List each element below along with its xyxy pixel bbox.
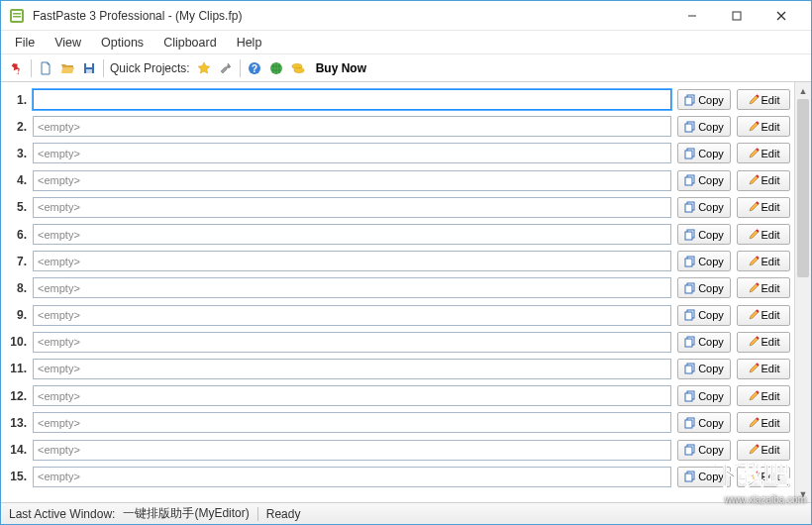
clip-input[interactable]: [33, 385, 671, 406]
edit-icon: [748, 444, 760, 456]
copy-button[interactable]: Copy: [677, 143, 731, 163]
edit-button[interactable]: Edit: [737, 412, 790, 433]
copy-button[interactable]: Copy: [677, 332, 731, 353]
menu-help[interactable]: Help: [227, 34, 272, 52]
row-number: 8.: [5, 281, 27, 295]
copy-icon: [684, 444, 696, 456]
copy-button[interactable]: Copy: [677, 197, 731, 218]
svg-rect-8: [86, 63, 92, 67]
copy-label: Copy: [698, 174, 724, 186]
clip-input[interactable]: [33, 224, 671, 245]
copy-button[interactable]: Copy: [677, 467, 731, 487]
copy-label: Copy: [698, 148, 724, 159]
clip-row: 15.CopyEdit: [5, 464, 794, 490]
copy-button[interactable]: Copy: [677, 224, 731, 245]
close-button[interactable]: [759, 2, 803, 30]
svg-rect-26: [685, 232, 692, 240]
buy-now-button[interactable]: Buy Now: [312, 61, 370, 75]
edit-button[interactable]: Edit: [737, 251, 790, 271]
clip-row: 6.CopyEdit: [5, 221, 794, 248]
edit-button[interactable]: Edit: [737, 305, 790, 326]
svg-rect-32: [685, 312, 692, 320]
scroll-thumb[interactable]: [797, 99, 809, 277]
maximize-button[interactable]: [714, 2, 759, 30]
copy-button[interactable]: Copy: [677, 89, 731, 110]
minimize-button[interactable]: [669, 2, 714, 30]
clip-input[interactable]: [33, 89, 671, 110]
scroll-down-button[interactable]: ▼: [795, 485, 811, 502]
clip-input[interactable]: [33, 170, 671, 191]
copy-icon: [684, 148, 696, 159]
edit-button[interactable]: Edit: [737, 277, 790, 298]
row-number: 6.: [5, 228, 27, 242]
copy-button[interactable]: Copy: [677, 116, 731, 137]
copy-button[interactable]: Copy: [677, 170, 731, 191]
svg-rect-28: [685, 259, 692, 266]
copy-icon: [684, 256, 696, 267]
edit-button[interactable]: Edit: [737, 332, 790, 353]
clip-input[interactable]: [33, 143, 671, 163]
clip-row: 13.CopyEdit: [5, 409, 794, 436]
copy-icon: [684, 471, 696, 482]
edit-button[interactable]: Edit: [737, 116, 790, 137]
new-file-icon[interactable]: [38, 60, 53, 76]
edit-icon: [748, 121, 760, 133]
clip-input[interactable]: [33, 332, 671, 353]
menu-view[interactable]: View: [45, 34, 91, 52]
copy-button[interactable]: Copy: [677, 359, 731, 379]
menu-options[interactable]: Options: [91, 34, 153, 52]
open-folder-icon[interactable]: [59, 60, 75, 76]
scroll-track[interactable]: [795, 99, 811, 485]
clip-input[interactable]: [33, 197, 671, 218]
edit-button[interactable]: Edit: [737, 224, 790, 245]
help-icon[interactable]: ?: [247, 60, 262, 76]
edit-button[interactable]: Edit: [737, 170, 790, 191]
clip-input[interactable]: [33, 305, 671, 326]
edit-button[interactable]: Edit: [737, 385, 790, 406]
clip-input[interactable]: [33, 467, 671, 487]
copy-icon: [684, 174, 696, 186]
copy-button[interactable]: Copy: [677, 385, 731, 406]
edit-icon: [748, 201, 760, 213]
clip-input[interactable]: [33, 116, 671, 137]
coins-icon[interactable]: [290, 60, 306, 76]
clip-input[interactable]: [33, 359, 671, 379]
edit-icon: [748, 174, 760, 186]
svg-point-14: [294, 67, 304, 72]
edit-button[interactable]: Edit: [737, 440, 790, 461]
wrench-icon[interactable]: [218, 60, 234, 76]
copy-icon: [684, 363, 696, 374]
scroll-up-button[interactable]: ▲: [795, 82, 811, 99]
globe-icon[interactable]: [268, 60, 284, 76]
edit-button[interactable]: Edit: [737, 89, 790, 110]
window-title: FastPaste 3 Professional - (My Clips.fp): [33, 9, 669, 23]
edit-button[interactable]: Edit: [737, 359, 790, 379]
edit-button[interactable]: Edit: [737, 467, 790, 487]
save-icon[interactable]: [81, 60, 97, 76]
row-number: 7.: [5, 255, 27, 268]
copy-icon: [684, 417, 696, 429]
clip-input[interactable]: [33, 251, 671, 271]
edit-icon: [748, 336, 760, 348]
copy-button[interactable]: Copy: [677, 251, 731, 271]
edit-label: Edit: [761, 282, 780, 294]
copy-icon: [684, 282, 696, 294]
copy-button[interactable]: Copy: [677, 440, 731, 461]
star-icon[interactable]: [196, 60, 212, 76]
copy-button[interactable]: Copy: [677, 305, 731, 326]
clip-row: 9.CopyEdit: [5, 302, 794, 329]
menu-file[interactable]: File: [5, 34, 45, 52]
edit-button[interactable]: Edit: [737, 143, 790, 163]
status-last-active-value: 一键排版助手(MyEditor): [123, 505, 249, 522]
edit-button[interactable]: Edit: [737, 197, 790, 218]
menu-clipboard[interactable]: Clipboard: [153, 34, 227, 52]
edit-icon: [748, 471, 760, 482]
vertical-scrollbar[interactable]: ▲ ▼: [794, 82, 811, 502]
clip-input[interactable]: [33, 412, 671, 433]
svg-rect-16: [685, 97, 692, 105]
copy-button[interactable]: Copy: [677, 412, 731, 433]
clip-input[interactable]: [33, 277, 671, 298]
pin-icon[interactable]: [9, 60, 25, 76]
clip-input[interactable]: [33, 440, 671, 461]
copy-button[interactable]: Copy: [677, 277, 731, 298]
